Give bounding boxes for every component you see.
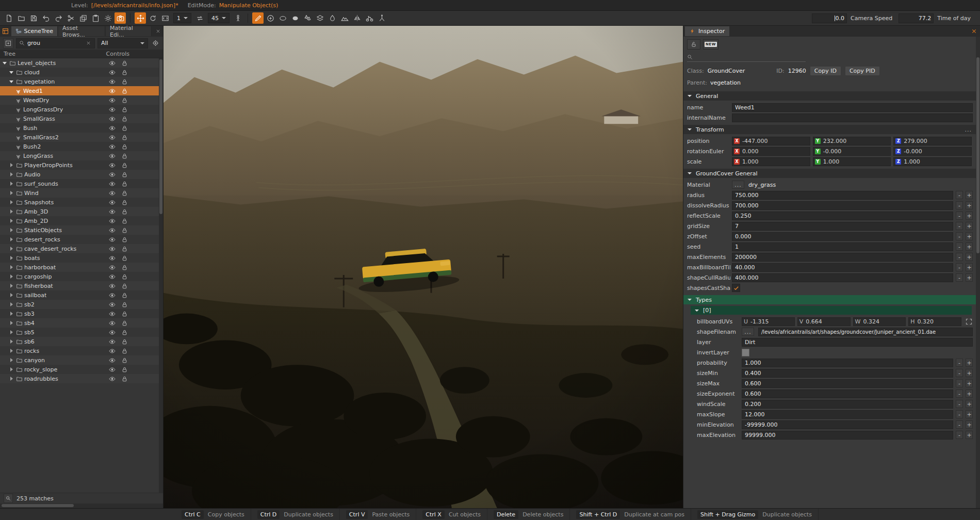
- decrement-button[interactable]: -: [956, 273, 963, 282]
- copy-id-button[interactable]: Copy ID: [810, 66, 841, 76]
- tree-hscrollbar-thumb[interactable]: [2, 504, 74, 507]
- brush-button[interactable]: [252, 12, 264, 24]
- increment-button[interactable]: +: [966, 201, 973, 209]
- expander-icon[interactable]: [8, 320, 14, 326]
- x-component-input[interactable]: X 0.000: [732, 147, 810, 156]
- lock-icon[interactable]: [121, 246, 128, 252]
- person-button[interactable]: [232, 12, 243, 24]
- tree-row[interactable]: roadrubbles: [0, 374, 159, 383]
- plus-button[interactable]: [265, 12, 276, 24]
- field-input[interactable]: 7: [732, 222, 953, 231]
- tree-row[interactable]: fisherboat: [0, 281, 159, 290]
- field-input[interactable]: 1.000: [742, 359, 953, 367]
- menu-item[interactable]: [29, 4, 37, 6]
- lock-inspector-button[interactable]: [687, 39, 700, 50]
- decrement-button[interactable]: -: [956, 242, 963, 251]
- bike-button[interactable]: [364, 12, 375, 24]
- gear-button[interactable]: [102, 12, 113, 24]
- layer-input[interactable]: Dirt: [742, 338, 973, 347]
- mirror-button[interactable]: [351, 12, 363, 24]
- increment-button[interactable]: +: [966, 263, 973, 271]
- expander-icon[interactable]: [8, 366, 14, 372]
- visibility-eye-icon[interactable]: [109, 320, 116, 327]
- expander-icon[interactable]: [8, 246, 14, 252]
- increment-button[interactable]: +: [966, 420, 973, 429]
- decrement-button[interactable]: -: [956, 212, 963, 220]
- tree-row[interactable]: StaticObjects: [0, 225, 159, 235]
- visibility-eye-icon[interactable]: [109, 106, 116, 113]
- lock-icon[interactable]: [121, 218, 128, 224]
- tree-row[interactable]: Snapshots: [0, 198, 159, 207]
- visibility-eye-icon[interactable]: [109, 273, 116, 280]
- tree-scrollbar[interactable]: [159, 58, 163, 493]
- tree-row[interactable]: rocky_slope: [0, 365, 159, 374]
- lock-icon[interactable]: [121, 357, 128, 364]
- y-component-input[interactable]: Y 1.000: [813, 157, 891, 166]
- locate-object-button[interactable]: [151, 39, 160, 48]
- visibility-eye-icon[interactable]: [109, 153, 116, 159]
- field-input[interactable]: 0.200: [742, 400, 953, 409]
- grid-snap-dropdown[interactable]: 1: [173, 13, 191, 23]
- lock-icon[interactable]: [121, 376, 128, 382]
- field-input[interactable]: 200000: [732, 253, 953, 262]
- uv-h-cell[interactable]: H 0.320: [908, 317, 961, 326]
- decrement-button[interactable]: -: [956, 222, 963, 230]
- menu-item[interactable]: [37, 4, 45, 6]
- x-component-input[interactable]: X 1.000: [732, 157, 810, 166]
- add-node-button[interactable]: [3, 38, 13, 48]
- expander-icon[interactable]: [8, 78, 14, 85]
- tree-row[interactable]: Amb_3D: [0, 207, 159, 216]
- increment-button[interactable]: +: [966, 222, 973, 230]
- expander-icon[interactable]: [8, 357, 14, 363]
- rotate-button[interactable]: [147, 12, 158, 24]
- expand-icon[interactable]: [965, 318, 973, 326]
- field-input[interactable]: 400.000: [732, 273, 953, 282]
- tree-row[interactable]: harborboat: [0, 263, 159, 272]
- visibility-eye-icon[interactable]: [109, 162, 116, 169]
- visibility-eye-icon[interactable]: [109, 97, 116, 104]
- tree-row[interactable]: sb5: [0, 328, 159, 337]
- lock-icon[interactable]: [121, 311, 128, 317]
- transform-more-button[interactable]: ...: [965, 126, 972, 133]
- expander-icon[interactable]: [8, 208, 14, 215]
- expander-icon[interactable]: [8, 301, 14, 307]
- lock-icon[interactable]: [121, 181, 128, 187]
- increment-button[interactable]: +: [966, 359, 973, 367]
- expander-icon[interactable]: [8, 348, 14, 354]
- name-input[interactable]: Weed1: [732, 103, 973, 112]
- tree-row[interactable]: SmallGrass2: [0, 133, 159, 142]
- increment-button[interactable]: +: [966, 191, 973, 199]
- close-tab-button[interactable]: [154, 27, 162, 36]
- expander-icon[interactable]: [8, 227, 14, 233]
- tree-row[interactable]: boats: [0, 253, 159, 263]
- menu-item[interactable]: [12, 4, 21, 6]
- tree-row[interactable]: WeedDry: [0, 95, 159, 105]
- uv-w-cell[interactable]: W 0.324: [853, 317, 906, 326]
- lock-icon[interactable]: [121, 301, 128, 308]
- material-browse-button[interactable]: ...: [732, 181, 744, 189]
- increment-button[interactable]: +: [966, 400, 973, 408]
- visibility-eye-icon[interactable]: [109, 78, 116, 85]
- camera-speed-input[interactable]: 0.0: [812, 13, 847, 23]
- z-component-input[interactable]: Z 1.000: [893, 157, 972, 166]
- forest-button[interactable]: [302, 12, 313, 24]
- copy-button[interactable]: [77, 12, 89, 24]
- tree-row[interactable]: LongGrassDry: [0, 105, 159, 114]
- visibility-eye-icon[interactable]: [109, 376, 116, 382]
- decrement-button[interactable]: -: [956, 379, 963, 387]
- tree-row[interactable]: Weed1: [0, 86, 159, 95]
- time-of-day-input[interactable]: 77.2: [899, 13, 934, 23]
- increment-button[interactable]: +: [966, 242, 973, 251]
- panel-tab[interactable]: SceneTree: [11, 26, 58, 36]
- paste-button[interactable]: [90, 12, 101, 24]
- decrement-button[interactable]: -: [956, 191, 963, 199]
- lock-icon[interactable]: [121, 227, 128, 234]
- decrement-button[interactable]: -: [956, 389, 963, 398]
- expander-icon[interactable]: [8, 190, 14, 196]
- expander-icon[interactable]: [8, 338, 14, 345]
- lock-icon[interactable]: [121, 134, 128, 141]
- terrain-button[interactable]: [339, 12, 350, 24]
- lock-icon[interactable]: [121, 171, 128, 178]
- redo-button[interactable]: [53, 12, 64, 24]
- section-types[interactable]: Types: [683, 295, 976, 304]
